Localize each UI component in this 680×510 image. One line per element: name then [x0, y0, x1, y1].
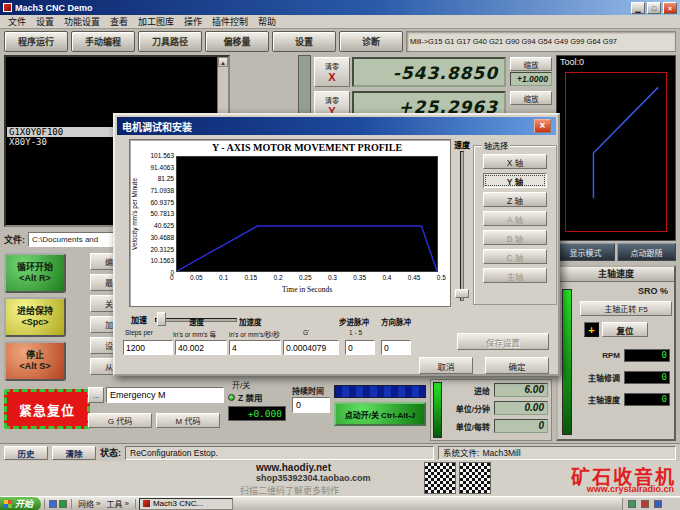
toolpath-panel[interactable]: Tool:0 [556, 55, 676, 241]
spindle-cw-button[interactable]: 主轴正转 F5 [580, 301, 672, 316]
jog-follow-button[interactable]: 点动跟随 [617, 243, 676, 261]
brand-url: www.crystalradio.cn [587, 484, 674, 494]
spindle-reset-button[interactable]: 复位 [602, 322, 648, 337]
minimize-icon[interactable]: ▁ [631, 2, 645, 14]
taskbar-tools-toolbar[interactable]: 工具 » [103, 498, 131, 509]
accel-column-title: 加速度 [239, 316, 262, 327]
axis-letter: X [328, 72, 335, 82]
tray-icon[interactable] [641, 500, 649, 508]
cycle-start-button[interactable]: 循环开始 <Alt R> [4, 253, 66, 293]
stop-button[interactable]: 停止 <Alt S> [4, 341, 66, 381]
feed-meter[interactable] [433, 382, 442, 438]
y-tick-label: 91.4063 [151, 164, 175, 171]
z-inhibit-led [228, 394, 235, 401]
accel-field[interactable]: 4 [229, 340, 281, 355]
velocity-slider-track[interactable] [460, 151, 464, 301]
display-mode-button[interactable]: 显示模式 [556, 243, 615, 261]
x-tick-label: 0 [170, 274, 174, 281]
save-settings-button[interactable]: 保存设置 [457, 333, 549, 350]
mach3-window: Mach3 CNC Demo ▁ □ × 文件设置功能设置查看加工图库操作插件控… [0, 0, 680, 510]
menu-item[interactable]: 查看 [105, 15, 133, 28]
cycle-start-hotkey: <Alt R> [19, 273, 51, 284]
dir-pulse-field[interactable]: 0 [381, 340, 411, 355]
feed-readouts: 进给6.00单位/分钟0.00单位/每转0 [445, 383, 548, 433]
readout-value: 0 [624, 393, 670, 406]
screen-tab[interactable]: 刀具路径 [138, 31, 202, 52]
maximize-icon[interactable]: □ [647, 2, 661, 14]
spindle-readouts: RPM0主轴修调0主轴速度0 [574, 349, 670, 406]
mdi-browse-button[interactable]: ... [88, 387, 104, 403]
file-label: 文件: [4, 233, 25, 246]
menu-item[interactable]: 功能设置 [59, 15, 105, 28]
start-button[interactable]: 开始 [0, 497, 41, 510]
history-button[interactable]: 历史 [4, 446, 48, 460]
readout-value: 0 [624, 371, 670, 384]
scroll-up-icon[interactable]: ▲ [218, 57, 228, 67]
chart-plot-area [176, 156, 438, 272]
axis-select-button-5[interactable]: C 轴 [483, 249, 547, 264]
taskbar-net-toolbar[interactable]: 网络 » [75, 498, 103, 509]
axis-select-button-0[interactable]: X 轴 [483, 154, 547, 169]
watermark-band: www.haodiy.net shop35392304.taobao.com 扫… [0, 461, 680, 496]
chart-yticks: 101.56391.406381.2571.093860.937550.7813… [140, 152, 174, 276]
clear-button[interactable]: 清除 [52, 446, 96, 460]
quicklaunch-icon[interactable] [59, 500, 67, 508]
menu-item[interactable]: 帮助 [253, 15, 281, 28]
jog-onoff-button[interactable]: 点动开/关 Ctrl-Alt-J [334, 402, 426, 426]
dialog-close-icon[interactable]: × [534, 119, 551, 133]
dialog-body: Y - AXIS MOTOR MOVEMENT PROFILE Velocity… [117, 137, 556, 372]
menu-item[interactable]: 操作 [179, 15, 207, 28]
axis-select-button-2[interactable]: Z 轴 [483, 192, 547, 207]
velocity-slider-thumb[interactable] [455, 289, 469, 298]
motor-tuning-dialog: 电机调试和安装 × Y - AXIS MOTOR MOVEMENT PROFIL… [113, 113, 560, 376]
screen-tab[interactable]: 手动编程 [71, 31, 135, 52]
screen-tab[interactable]: 偏移量 [205, 31, 269, 52]
menu-item[interactable]: 加工图库 [133, 15, 179, 28]
feed-hold-hotkey: <Spc> [21, 317, 48, 328]
axis-select-button-3[interactable]: A 轴 [483, 211, 547, 226]
z-inhibit-toggle[interactable]: Z 禁用 [228, 391, 263, 403]
y-tick-label: 81.25 [158, 175, 174, 182]
axis-select-button-1[interactable]: Y 轴 [483, 173, 547, 188]
menu-item[interactable]: 插件控制 [207, 15, 253, 28]
menu-item[interactable]: 文件 [3, 15, 31, 28]
dialog-title: 电机调试和安装 [122, 119, 192, 134]
mcodes-button[interactable]: M 代码 [156, 413, 220, 428]
tray-icon[interactable] [628, 500, 636, 508]
spindle-panel: 主轴速度 SRO % 主轴正转 F5 + 复位 RPM0主轴修调0主轴速度0 [556, 265, 676, 441]
taskbar-task-mach3[interactable]: Mach3 CNC... [139, 498, 233, 510]
duration-field[interactable]: 0 [292, 397, 330, 413]
velocity-field[interactable]: 40.002 [175, 340, 227, 355]
zero-x-button[interactable]: 清零 X [314, 57, 350, 87]
screen-tab[interactable]: 诊断 [339, 31, 403, 52]
accel-slider-thumb[interactable] [157, 312, 166, 326]
gcodes-button[interactable]: G 代码 [88, 413, 152, 428]
menubar: 文件设置功能设置查看加工图库操作插件控制帮助 [0, 15, 680, 29]
feed-hold-button[interactable]: 进给保持 <Spc> [4, 297, 66, 337]
g-field[interactable]: 0.0004079 [283, 340, 339, 355]
jog-mode-bar[interactable] [334, 385, 426, 398]
plus-icon: + [584, 322, 599, 337]
scale-y-button[interactable]: 缩放 [510, 91, 552, 105]
spindle-meter[interactable] [562, 289, 572, 435]
mdi-input[interactable]: Emergency M [106, 387, 224, 403]
axis-select-button-4[interactable]: B 轴 [483, 230, 547, 245]
axis-select-button-6[interactable]: 主轴 [483, 268, 547, 283]
step-pulse-range-label: 1 - 5 [349, 329, 362, 336]
scale-x-button[interactable]: 缩放 [510, 57, 552, 71]
screen-tab[interactable]: 程序运行 [4, 31, 68, 52]
close-icon[interactable]: × [663, 2, 677, 14]
app-icon [3, 3, 12, 12]
tray-icon[interactable] [654, 500, 662, 508]
tabs-list: 程序运行手动编程刀具路径偏移量设置诊断 [4, 31, 403, 52]
emergency-reset-button[interactable]: 紧急复位 [4, 389, 90, 429]
step-pulse-field[interactable]: 0 [345, 340, 375, 355]
steps-per-field[interactable]: 1200 [123, 340, 173, 355]
ok-button[interactable]: 确定 [485, 357, 549, 374]
quicklaunch-icon[interactable] [49, 500, 57, 508]
screen-tab[interactable]: 设置 [272, 31, 336, 52]
cancel-button[interactable]: 取消 [419, 357, 473, 374]
menu-item[interactable]: 设置 [31, 15, 59, 28]
dialog-titlebar[interactable]: 电机调试和安装 × [117, 117, 556, 135]
readout-label: 主轴速度 [574, 394, 620, 405]
